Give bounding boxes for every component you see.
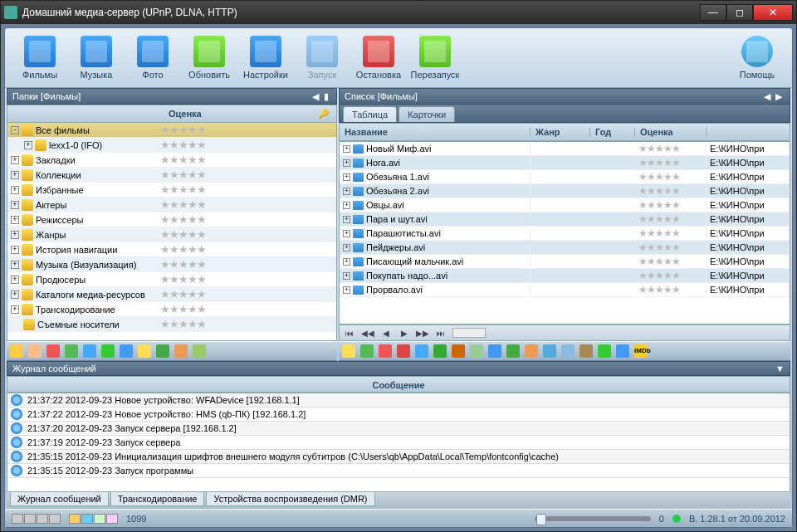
rating-stars[interactable]: ★★★★★: [157, 183, 336, 196]
folder-row[interactable]: +Музыка (Визуализация)★★★★★: [7, 257, 336, 272]
expand-icon[interactable]: +: [343, 244, 350, 251]
tb-icon[interactable]: [46, 344, 60, 358]
log-tab-transcoding[interactable]: Транскодирование: [110, 492, 205, 506]
tb-icon[interactable]: [598, 344, 611, 358]
folder-row[interactable]: +Продюсеры★★★★★: [7, 272, 336, 287]
refresh-button[interactable]: Обновить: [183, 32, 236, 85]
log-tab-messages[interactable]: Журнал сообщений: [10, 492, 109, 506]
file-row[interactable]: +Писающий мальчик.avi★★★★★E:\КИНО\при: [340, 255, 790, 269]
log-row[interactable]: 21:37:22 2012-09-23 Новое устройство: WF…: [7, 393, 790, 408]
nav-next-page-icon[interactable]: ▶▶: [416, 327, 429, 339]
tb-icon[interactable]: [28, 344, 42, 358]
tb-icon[interactable]: [561, 344, 575, 358]
tb-icon[interactable]: [193, 344, 206, 358]
file-row[interactable]: +Обезьяна 1.avi★★★★★E:\КИНО\при: [340, 170, 790, 184]
nav-prev-page-icon[interactable]: ◀◀: [361, 327, 374, 339]
log-row[interactable]: 21:35:15 2012-09-23 Запуск программы: [7, 464, 790, 478]
expand-icon[interactable]: +: [343, 173, 350, 181]
rating-stars[interactable]: ★★★★★: [635, 242, 707, 253]
folder-row[interactable]: Съемные носители★★★★★: [7, 317, 336, 332]
panel-pin-icon[interactable]: ▮: [321, 91, 331, 102]
folder-row[interactable]: +Жанры★★★★★: [7, 227, 336, 242]
rating-stars[interactable]: ★★★★★: [635, 157, 707, 168]
titlebar[interactable]: Домашний медиа-сервер (UPnP, DLNA, HTTP)…: [1, 1, 796, 24]
expand-icon[interactable]: +: [343, 286, 350, 294]
tb-icon[interactable]: [488, 344, 501, 358]
restart-button[interactable]: Перезапуск: [408, 32, 462, 85]
expand-icon[interactable]: +: [343, 216, 350, 223]
log-list[interactable]: 21:37:22 2012-09-23 Новое устройство: WF…: [7, 393, 790, 492]
tb-icon[interactable]: [10, 344, 23, 358]
tb-icon[interactable]: [174, 344, 188, 358]
films-button[interactable]: Фильмы: [13, 32, 66, 85]
expand-icon[interactable]: +: [343, 258, 350, 266]
rating-stars[interactable]: ★★★★★: [157, 258, 336, 271]
panel-collapse-left-icon[interactable]: ◀: [761, 91, 773, 102]
folder-row[interactable]: +Транскодирование★★★★★: [7, 302, 336, 317]
minimize-button[interactable]: —: [700, 4, 726, 21]
tb-icon[interactable]: [452, 344, 465, 358]
log-row[interactable]: 21:37:22 2012-09-23 Новое устройство: HM…: [7, 408, 790, 422]
folder-row[interactable]: +Закладки★★★★★: [7, 153, 336, 168]
nav-last-icon[interactable]: ⏭: [434, 327, 447, 339]
file-row[interactable]: +Нога.avi★★★★★E:\КИНО\при: [340, 156, 790, 170]
tab-cards[interactable]: Карточки: [398, 106, 455, 122]
rating-stars[interactable]: ★★★★★: [157, 318, 336, 330]
expand-icon[interactable]: +: [24, 141, 32, 149]
folder-row[interactable]: +Актеры★★★★★: [7, 198, 336, 212]
tab-table[interactable]: Таблица: [343, 106, 397, 122]
expand-icon[interactable]: +: [343, 159, 350, 167]
file-list[interactable]: +Новый Миф.avi★★★★★E:\КИНО\при+Нога.avi★…: [339, 141, 790, 325]
help-button[interactable]: Помощь: [731, 32, 784, 85]
rating-stars[interactable]: ★★★★★: [635, 213, 707, 225]
tb-play-icon[interactable]: [506, 344, 520, 358]
rating-stars[interactable]: ★★★★★: [635, 284, 707, 295]
panel-collapse-right-icon[interactable]: ▶: [773, 91, 785, 102]
expand-icon[interactable]: -: [11, 126, 19, 134]
music-button[interactable]: Музыка: [70, 32, 123, 85]
file-row[interactable]: +Овцы.avi★★★★★E:\КИНО\при: [340, 198, 790, 212]
start-button[interactable]: Запуск: [296, 32, 349, 85]
file-row[interactable]: +Пейджеры.avi★★★★★E:\КИНО\при: [340, 241, 790, 255]
tb-icon[interactable]: [470, 344, 483, 358]
log-row[interactable]: 21:37:19 2012-09-23 Запуск сервера: [7, 436, 790, 450]
expand-icon[interactable]: +: [11, 261, 19, 269]
folder-row[interactable]: -Все фильмы★★★★★: [7, 123, 336, 138]
rating-stars[interactable]: ★★★★★: [635, 256, 707, 267]
expand-icon[interactable]: +: [11, 216, 19, 224]
file-row[interactable]: +Прорвало.avi★★★★★E:\КИНО\при: [340, 283, 790, 297]
file-row[interactable]: +Новый Миф.avi★★★★★E:\КИНО\при: [340, 142, 790, 156]
tb-icon[interactable]: [433, 344, 447, 358]
log-row[interactable]: 21:37:20 2012-09-23 Запуск сервера [192.…: [7, 422, 790, 436]
expand-icon[interactable]: +: [343, 272, 350, 280]
expand-icon[interactable]: +: [11, 186, 19, 194]
tb-open-icon[interactable]: [138, 344, 151, 358]
rating-stars[interactable]: ★★★★★: [635, 199, 707, 211]
folder-row[interactable]: +История навигации★★★★★: [7, 242, 336, 257]
expand-icon[interactable]: +: [11, 156, 19, 164]
folder-row[interactable]: +Режиссеры★★★★★: [7, 212, 336, 227]
log-tab-dmr[interactable]: Устройства воспроизведения (DMR): [206, 492, 374, 506]
rating-stars[interactable]: ★★★★★: [157, 198, 336, 211]
scroll-grip[interactable]: [452, 328, 486, 338]
rating-stars[interactable]: ★★★★★: [157, 168, 336, 181]
file-row[interactable]: +Покупать надо...avi★★★★★E:\КИНО\при: [340, 269, 790, 283]
log-column[interactable]: Сообщение: [7, 376, 790, 393]
file-row[interactable]: +Пара и шут.avi★★★★★E:\КИНО\при: [340, 212, 790, 227]
folder-tree[interactable]: -Все фильмы★★★★★+lexx1-0 (IFO)★★★★★+Закл…: [7, 123, 337, 341]
rating-stars[interactable]: ★★★★★: [157, 303, 336, 315]
tb-imdb-icon[interactable]: IMDb: [634, 344, 648, 358]
tb-save-icon[interactable]: [120, 344, 133, 358]
folder-row[interactable]: +Избранные★★★★★: [7, 183, 336, 198]
stop-button[interactable]: Остановка: [352, 32, 405, 85]
folder-row[interactable]: +Коллекции★★★★★: [7, 168, 336, 183]
tb-remove-icon[interactable]: [397, 344, 410, 358]
rating-stars[interactable]: ★★★★★: [635, 270, 707, 281]
rating-stars[interactable]: ★★★★★: [635, 171, 707, 183]
tb-icon[interactable]: [101, 344, 115, 358]
expand-icon[interactable]: +: [343, 145, 350, 153]
nav-prev-icon[interactable]: ◀: [379, 327, 393, 339]
rating-stars[interactable]: ★★★★★: [157, 228, 336, 241]
expand-icon[interactable]: +: [11, 231, 19, 239]
tb-icon[interactable]: [83, 344, 96, 358]
